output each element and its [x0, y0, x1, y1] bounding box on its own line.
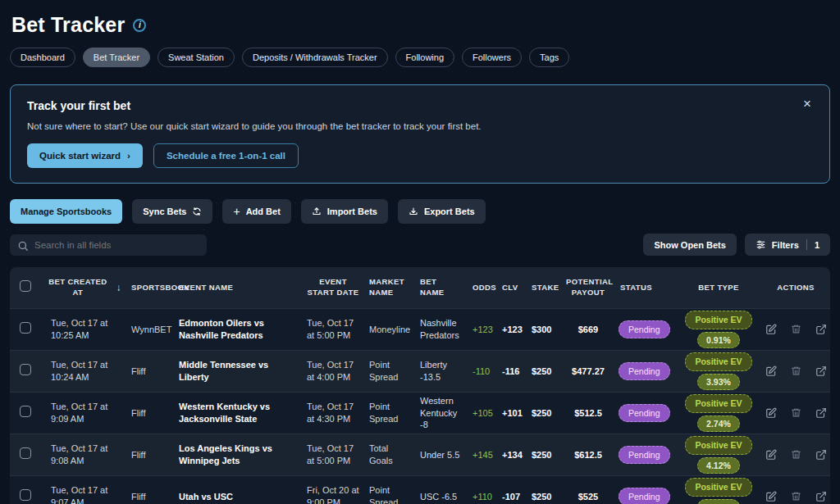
sportsbook: Fliff	[126, 407, 174, 420]
open-external-icon[interactable]	[815, 407, 827, 419]
col-bet-name: Bet Name	[415, 277, 468, 298]
event-start-date: Tue, Oct 17 at 4:00 PM	[302, 359, 364, 384]
col-sportsbook: Sportsbook	[126, 283, 174, 293]
bet-type-badge: Positive EV	[685, 352, 751, 370]
import-bets-button[interactable]: Import Bets	[301, 199, 388, 224]
market-name: Point Spread	[364, 484, 415, 504]
delete-icon[interactable]	[791, 324, 801, 335]
export-bets-button[interactable]: Export Bets	[398, 199, 486, 224]
filters-button[interactable]: Filters 1	[745, 234, 830, 256]
select-all-checkbox[interactable]	[20, 280, 31, 292]
tab-deposits-withdrawals-tracker[interactable]: Deposits / Withdrawals Tracker	[242, 48, 388, 67]
market-name: Point Spread	[364, 401, 415, 425]
col-market-name: Market Name	[364, 277, 415, 298]
row-checkbox[interactable]	[20, 406, 31, 417]
bet-name: Nashville Predators	[415, 317, 468, 342]
bet-created-at: Tue, Oct 17 at 10:24 AM	[38, 359, 126, 384]
edit-icon[interactable]	[765, 324, 777, 335]
search-box	[10, 234, 207, 256]
market-name: Point Spread	[364, 359, 415, 384]
clv-value: +134	[497, 449, 527, 461]
sync-bets-label: Sync Bets	[143, 207, 186, 216]
sort-descending-icon[interactable]: ↓	[116, 281, 121, 294]
tab-followers[interactable]: Followers	[462, 48, 522, 67]
col-clv: CLV	[497, 283, 527, 293]
stake-value: $300	[527, 324, 561, 336]
status-badge: Pending	[619, 362, 670, 380]
bet-created-at: Tue, Oct 17 at 9:08 AM	[38, 443, 126, 467]
filters-count-badge: 1	[815, 240, 819, 250]
page-header: Bet Tracker i	[10, 10, 830, 37]
delete-icon[interactable]	[791, 491, 801, 502]
market-name: Total Goals	[364, 443, 415, 467]
bet-type-percent-badge: 2.74%	[697, 415, 740, 432]
tab-following[interactable]: Following	[395, 48, 454, 67]
plus-icon: +	[233, 205, 240, 218]
sync-bets-button[interactable]: Sync Bets	[132, 199, 212, 224]
search-icon	[17, 240, 29, 252]
search-row: Show Open Bets Filters 1	[10, 234, 830, 256]
bet-type-percent-badge: 3.93%	[697, 374, 740, 390]
stake-value: $250	[527, 366, 561, 378]
download-icon	[409, 207, 418, 216]
bet-name: Under 5.5	[415, 449, 468, 461]
open-external-icon[interactable]	[815, 449, 827, 461]
tab-sweat-station[interactable]: Sweat Station	[158, 48, 235, 67]
close-icon[interactable]: ×	[798, 96, 816, 111]
bet-name: Liberty -13.5	[415, 359, 468, 384]
open-external-icon[interactable]	[815, 324, 827, 335]
edit-icon[interactable]	[765, 491, 777, 502]
bet-type-badge: Positive EV	[685, 478, 751, 496]
bet-type-percent-badge: 4.12%	[697, 457, 740, 474]
chevron-right-icon: ›	[127, 151, 130, 161]
schedule-call-button[interactable]: Schedule a free 1-on-1 call	[153, 143, 299, 168]
open-external-icon[interactable]	[815, 366, 827, 377]
event-name: Los Angeles Kings vs Winnipeg Jets	[174, 443, 302, 467]
tab-bet-tracker[interactable]: Bet Tracker	[83, 48, 150, 67]
potential-payout: $669	[561, 324, 615, 336]
bet-created-at: Tue, Oct 17 at 9:09 AM	[38, 401, 126, 425]
odds-value: +110	[468, 491, 497, 503]
potential-payout: $525	[561, 491, 615, 503]
table-row: Tue, Oct 17 at 9:07 AM Fliff Utah vs USC…	[10, 475, 830, 504]
manage-sportsbooks-button[interactable]: Manage Sportsbooks	[10, 199, 122, 224]
bet-created-at: Tue, Oct 17 at 10:25 AM	[38, 317, 126, 342]
search-input[interactable]	[10, 234, 207, 256]
row-checkbox[interactable]	[20, 489, 31, 501]
import-bets-label: Import Bets	[327, 207, 377, 216]
odds-value: +145	[468, 449, 497, 461]
quick-start-wizard-button[interactable]: Quick start wizard ›	[27, 143, 143, 168]
clv-value: -107	[497, 491, 527, 503]
event-name: Middle Tennessee vs Liberty	[174, 359, 302, 384]
table-controls: Show Open Bets Filters 1	[643, 234, 830, 256]
add-bet-button[interactable]: + Add Bet	[222, 199, 290, 224]
potential-payout: $477.27	[561, 366, 615, 378]
stake-value: $250	[527, 449, 561, 461]
col-bet-type: Bet Type	[679, 283, 758, 293]
delete-icon[interactable]	[791, 407, 801, 419]
bet-type-badge: Positive EV	[685, 436, 751, 454]
clv-value: -116	[497, 366, 527, 378]
delete-icon[interactable]	[791, 449, 801, 461]
delete-icon[interactable]	[791, 366, 801, 377]
tab-dashboard[interactable]: Dashboard	[10, 48, 75, 67]
tab-tags[interactable]: Tags	[529, 48, 569, 67]
show-open-bets-button[interactable]: Show Open Bets	[643, 234, 736, 256]
filters-label: Filters	[772, 240, 799, 250]
sportsbook: WynnBET	[126, 324, 174, 336]
bet-tracker-page: Bet Tracker i Dashboard Bet Tracker Swea…	[0, 0, 840, 504]
table-row: Tue, Oct 17 at 9:09 AM Fliff Western Ken…	[10, 392, 830, 434]
row-checkbox[interactable]	[20, 447, 31, 459]
open-external-icon[interactable]	[815, 491, 827, 502]
row-checkbox[interactable]	[20, 364, 31, 375]
banner-buttons: Quick start wizard › Schedule a free 1-o…	[27, 143, 813, 168]
status-badge: Pending	[619, 488, 670, 504]
upload-icon	[312, 207, 322, 216]
edit-icon[interactable]	[765, 366, 777, 377]
edit-icon[interactable]	[765, 449, 777, 461]
col-bet-created-at-label: Bet Created At	[43, 277, 113, 298]
edit-icon[interactable]	[765, 407, 777, 419]
event-start-date: Fri, Oct 20 at 9:00 PM	[302, 484, 364, 504]
info-icon[interactable]: i	[133, 19, 146, 32]
row-checkbox[interactable]	[20, 322, 31, 334]
